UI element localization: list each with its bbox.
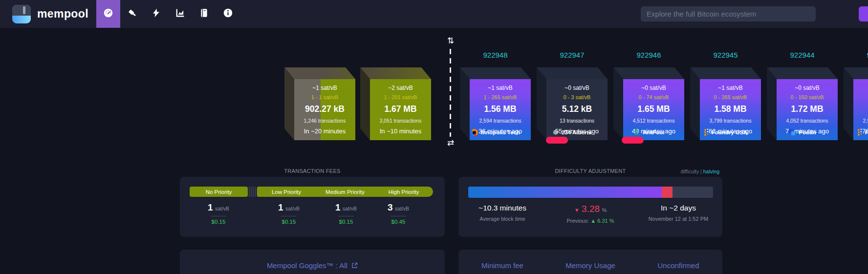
unconfirmed-link[interactable]: Unconfirmed [634, 261, 722, 270]
nav-lightning[interactable] [144, 0, 168, 28]
change-unit: % [602, 207, 607, 213]
fee-unit: sat/vB [343, 206, 357, 211]
fee-usd: $0.15 [338, 216, 354, 225]
median-fee: ~0 sat/vB [795, 84, 819, 91]
block-height-link[interactable]: 922945 [690, 51, 761, 59]
block-top-face [460, 67, 531, 79]
pool-link[interactable]: Poolin [767, 128, 838, 137]
pool-name: Poolin [799, 129, 816, 135]
avg-block-time-stat: ~10.3 minutes Average block time [458, 204, 546, 224]
fee-range: 1 - 265 sat/vB [484, 94, 517, 100]
minimum-fee-link[interactable]: Minimum fee [458, 261, 546, 270]
difficulty-progress-fill [468, 187, 662, 198]
mempool-block-2[interactable]: ~2 sat/vB 1 - 201 sat/vB 1.67 MB 3,051 t… [360, 67, 431, 140]
block-size: 902.27 kB [305, 104, 345, 114]
about-info-icon [223, 8, 233, 20]
mining-hammer-icon [127, 8, 137, 20]
fee-range: 1 - 1 sat/vB [311, 94, 339, 100]
block-height-link[interactable]: 922948 [460, 51, 531, 59]
block-size: 1.65 MB [637, 104, 670, 114]
block-height-link[interactable]: 922944 [767, 51, 838, 59]
pool-link[interactable]: AntPool [613, 128, 684, 137]
block-front-face: ~1 sat/vB 1 - 1 sat/vB 902.27 kB 1,246 t… [294, 79, 355, 140]
tx-count: 3,051 transactions [380, 118, 422, 124]
median-fee: ~0 sat/vB [564, 84, 589, 91]
scroll-up-down-icon[interactable]: ⇅ [442, 36, 459, 46]
innopolis-pool-icon [471, 129, 478, 136]
difficulty-halving-toggle: difficulty | halving [640, 169, 719, 174]
fee-unit: sat/vB [395, 206, 409, 211]
fee-range: 0 - 265 sat/vB [714, 94, 747, 100]
tx-count: 2,594 transactions [479, 118, 521, 124]
toggle-difficulty[interactable]: difficulty [680, 169, 699, 174]
toggle-halving[interactable]: halving [703, 169, 719, 174]
pool-link[interactable]: Foundry USA [844, 128, 868, 137]
pool-link[interactable]: Innopolis Tech [460, 128, 531, 137]
nav-docs[interactable] [192, 0, 216, 28]
dashboard-links-card: Minimum fee Memory Usage Unconfirmed [458, 250, 722, 274]
tx-count: 1,246 transactions [304, 118, 346, 124]
search-input[interactable] [647, 10, 810, 18]
change-value: 3.28 [582, 204, 600, 214]
external-link-icon [351, 262, 358, 270]
block-top-face [537, 67, 608, 79]
pool-name: Foundry USA [712, 129, 747, 135]
fee-tier-low-priority: 1 sat/vB $0.15 [257, 202, 321, 226]
block-height-link[interactable]: 922946 [613, 51, 684, 59]
no-priority-pill: No Priority [190, 187, 248, 197]
high-priority-pill: High Priority [374, 187, 433, 197]
block-side-face [360, 67, 370, 140]
nav-mining[interactable] [120, 0, 144, 28]
fee-usd: $0.15 [211, 216, 226, 225]
previous-value: 6.31 % [597, 218, 614, 224]
difficulty-progress-bar [468, 187, 713, 198]
fee-range: 0 - 150 sat/vB [791, 94, 824, 100]
fee-range: 0 - 74 sat/vB [639, 94, 669, 100]
pool-name: AntPool [643, 129, 664, 135]
mempool-block-1[interactable]: ~1 sat/vB 1 - 1 sat/vB 902.27 kB 1,246 t… [284, 67, 355, 140]
pool-name: Foundry USA [865, 129, 868, 135]
previous-label: Previous: [566, 218, 589, 224]
tx-count: 4,512 transactions [633, 118, 675, 124]
lightning-bolt-icon [151, 8, 161, 20]
memory-usage-link[interactable]: Memory Usage [546, 261, 634, 270]
block-height-link[interactable]: 922947 [537, 51, 608, 59]
foundry-pool-icon [704, 128, 709, 137]
avg-block-time-label: Average block time [458, 216, 546, 222]
fee-tier-high-priority: 3 sat/vB $0.45 [367, 202, 430, 226]
dashboard-links: Minimum fee Memory Usage Unconfirmed [458, 261, 722, 270]
nav-about[interactable] [216, 0, 240, 28]
fee-range: 1 - 201 sat/vB [384, 94, 417, 100]
fee-tier-no-priority: 1 sat/vB $0.15 [187, 202, 250, 226]
fee-rate: 1 [335, 202, 341, 212]
block-side-face [284, 67, 294, 140]
nav-dashboard[interactable] [96, 0, 120, 28]
pool-link[interactable]: ☸ 234 Alberta [537, 128, 608, 137]
tx-count: 13 transactions [560, 118, 594, 124]
block-size: 1.67 MB [384, 104, 416, 114]
fee-usd: $0.15 [281, 216, 297, 225]
mempool-logo-icon [12, 5, 31, 23]
docs-book-icon [199, 8, 209, 20]
mempool-goggles-label: Mempool Goggles™ : All [267, 261, 347, 270]
mempool-logo[interactable]: mempool [0, 5, 88, 23]
block-size: 1.72 MB [791, 104, 823, 114]
fee-unit: sat/vB [215, 206, 229, 211]
swap-direction-icon[interactable]: ⇄ [442, 138, 459, 148]
block-eta: In ~20 minutes [304, 127, 346, 135]
fee-rate: 1 [278, 202, 283, 212]
nav-graphs[interactable] [168, 0, 192, 28]
tx-count: 4,052 transactions [786, 118, 828, 124]
unknown-pool-wheel-icon: ☸ [552, 129, 559, 136]
fee-range: 0 - 3 sat/vB [564, 94, 591, 100]
search-button[interactable] [859, 6, 868, 21]
medium-priority-pill: Medium Priority [316, 187, 374, 197]
block-height-link[interactable]: 922943 [844, 51, 868, 59]
navbar: mempool [0, 0, 868, 28]
block-front-face: ~2 sat/vB 1 - 201 sat/vB 1.67 MB 3,051 t… [370, 79, 431, 140]
pool-link[interactable]: Foundry USA [690, 128, 761, 137]
mempool-goggles-link[interactable]: Mempool Goggles™ : All [180, 261, 445, 270]
low-priority-pill: Low Priority [257, 187, 316, 197]
retarget-eta-stat: In ~2 days November 12 at 1:52 PM [634, 204, 722, 224]
brand-name: mempool [37, 7, 88, 21]
